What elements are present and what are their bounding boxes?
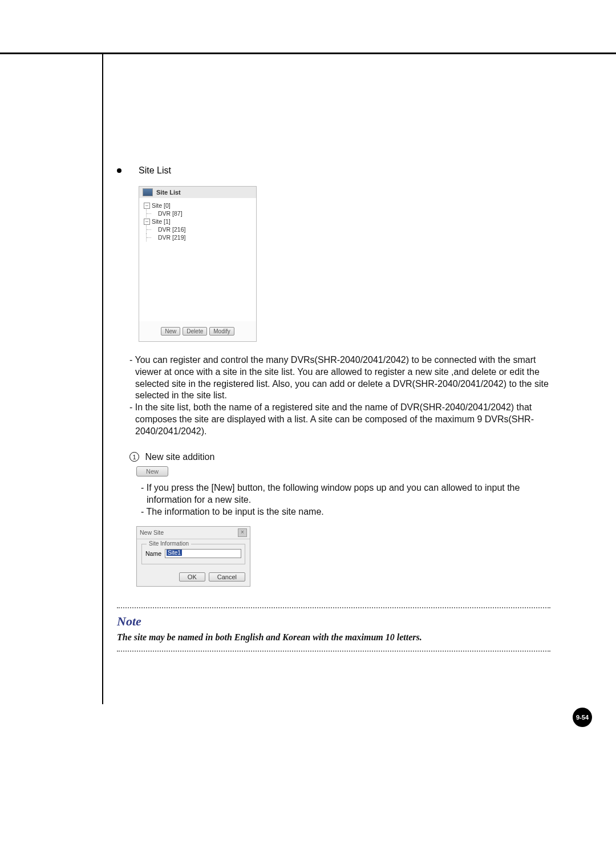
page-number-badge: 9-54 bbox=[573, 708, 592, 727]
bullet-icon bbox=[117, 168, 121, 173]
collapse-icon[interactable]: – bbox=[144, 219, 150, 225]
tree-label: DVR [87] bbox=[158, 209, 183, 217]
section-heading: Site List bbox=[117, 165, 550, 176]
note-text: The site may be named in both English an… bbox=[117, 632, 550, 643]
close-icon[interactable]: × bbox=[238, 528, 247, 537]
new-site-dialog: New Site × Site Information Name Site1 O… bbox=[136, 526, 250, 587]
tree-node-dvr87[interactable]: DVR [87] bbox=[144, 209, 253, 217]
tree-label: DVR [216] bbox=[158, 225, 185, 233]
desc-p1: - You can register and control the many … bbox=[129, 354, 550, 402]
section-title: Site List bbox=[139, 165, 171, 176]
note-block: Note The site may be named in both Engli… bbox=[117, 607, 550, 652]
tree-branch-icon bbox=[146, 209, 155, 217]
tree-node-site1[interactable]: – Site [1] bbox=[144, 217, 253, 225]
collapse-icon[interactable]: – bbox=[144, 203, 150, 209]
site-information-fieldset: Site Information Name Site1 bbox=[141, 544, 245, 564]
name-input[interactable]: Site1 bbox=[165, 549, 241, 558]
name-row: Name Site1 bbox=[145, 549, 241, 558]
name-label: Name bbox=[145, 550, 161, 557]
vertical-rule bbox=[102, 53, 103, 704]
panel-button-row: New Delete Modify bbox=[139, 321, 256, 341]
tree-label: Site [1] bbox=[152, 217, 171, 225]
step-number-icon: 1 bbox=[129, 452, 139, 462]
step1-text: - If you press the [New] button, the fol… bbox=[141, 482, 550, 518]
step1-p2: - The information to be input is the sit… bbox=[141, 506, 550, 518]
new-button[interactable]: New bbox=[161, 327, 180, 336]
step1-p1: - If you press the [New] button, the fol… bbox=[141, 482, 550, 506]
dialog-buttons: OK Cancel bbox=[137, 568, 250, 586]
top-rule bbox=[0, 53, 616, 54]
dialog-titlebar: New Site × bbox=[137, 527, 250, 539]
tree-node-site0[interactable]: – Site [0] bbox=[144, 201, 253, 209]
site-tree[interactable]: – Site [0] DVR [87] – Site [1] DVR [216] bbox=[139, 198, 256, 321]
step1-title: New site addition bbox=[145, 452, 214, 462]
dialog-body: Site Information Name Site1 bbox=[137, 539, 250, 568]
content-area: Site List Site List – Site [0] DVR [87] … bbox=[117, 165, 550, 652]
cancel-button[interactable]: Cancel bbox=[209, 572, 245, 581]
modify-button[interactable]: Modify bbox=[209, 327, 234, 336]
name-input-value: Site1 bbox=[167, 550, 182, 556]
manual-page: Site List Site List – Site [0] DVR [87] … bbox=[0, 0, 616, 844]
step1-heading: 1 New site addition bbox=[129, 451, 550, 463]
tree-label: Site [0] bbox=[152, 201, 171, 209]
fieldset-legend: Site Information bbox=[147, 540, 191, 547]
ok-button[interactable]: OK bbox=[179, 572, 205, 581]
delete-button[interactable]: Delete bbox=[183, 327, 207, 336]
site-list-panel: Site List – Site [0] DVR [87] – Site [1] bbox=[139, 186, 257, 342]
tree-node-dvr219[interactable]: DVR [219] bbox=[144, 233, 253, 241]
dialog-title: New Site bbox=[140, 529, 164, 536]
new-button-image: New bbox=[136, 466, 168, 476]
panel-title: Site List bbox=[156, 189, 181, 196]
panel-icon bbox=[143, 188, 153, 196]
panel-header: Site List bbox=[139, 187, 256, 198]
desc-p2: - In the site list, both the name of a r… bbox=[129, 402, 550, 437]
tree-label: DVR [219] bbox=[158, 233, 185, 241]
tree-branch-icon bbox=[146, 225, 155, 233]
tree-node-dvr216[interactable]: DVR [216] bbox=[144, 225, 253, 233]
tree-branch-icon bbox=[146, 233, 155, 241]
description-block: - You can register and control the many … bbox=[129, 354, 550, 438]
note-title: Note bbox=[117, 614, 550, 629]
